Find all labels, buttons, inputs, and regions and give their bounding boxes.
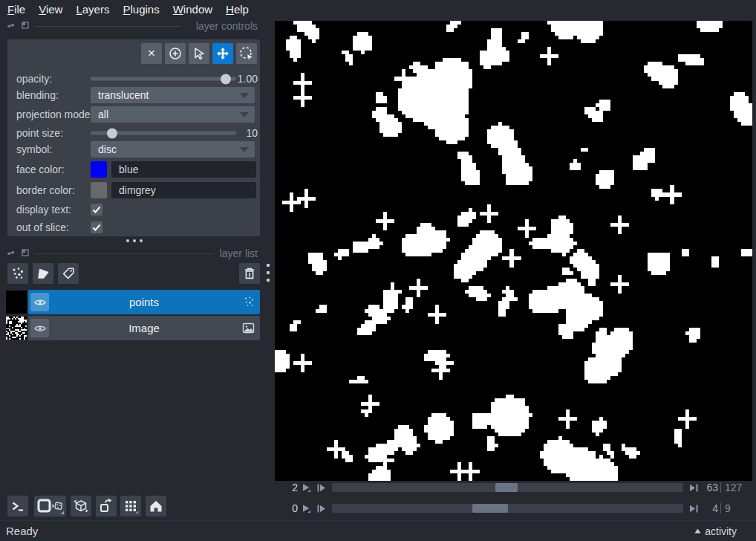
viewer-canvas[interactable]	[275, 21, 752, 481]
face-color-row: face color: blue	[7, 161, 260, 178]
dim-axis-label: 2	[286, 482, 298, 493]
home-icon	[148, 498, 164, 514]
out-of-slice-label: out of slice:	[16, 221, 69, 233]
add-point-icon	[168, 46, 183, 61]
layer-controls-title: layer controls	[196, 20, 258, 32]
jump-to-start-button[interactable]	[315, 502, 327, 514]
transform-button[interactable]	[236, 43, 257, 64]
delete-points-button[interactable]: ×	[141, 43, 162, 64]
dim-slider-track[interactable]	[332, 504, 683, 513]
display-text-label: display text:	[16, 204, 71, 216]
checkmark-icon	[91, 204, 102, 215]
roll-dims-cube-icon	[73, 498, 89, 514]
dim-slider-track[interactable]	[332, 483, 683, 492]
visibility-toggle[interactable]	[30, 319, 49, 337]
point-size-row: point size: 10	[7, 124, 260, 142]
play-button[interactable]	[300, 502, 312, 514]
home-reset-view-button[interactable]	[146, 496, 166, 516]
console-button[interactable]	[7, 496, 28, 516]
add-points-button[interactable]	[165, 43, 186, 64]
activity-button[interactable]: activity	[694, 521, 737, 541]
dim-slider-handle[interactable]	[472, 504, 508, 513]
play-button[interactable]	[300, 482, 312, 493]
symbol-label: symbol:	[16, 143, 52, 155]
face-color-value: blue	[119, 163, 138, 175]
roll-dimensions-button[interactable]	[71, 496, 91, 516]
panel-resize-grip[interactable]	[126, 239, 143, 242]
dock-splitter-grip[interactable]	[267, 264, 270, 282]
layer-controls-panel: × opacity: 1.00 blending: tran	[7, 39, 260, 236]
layer-row-image[interactable]: Image	[0, 316, 266, 340]
layer-row-points[interactable]: points	[0, 290, 266, 314]
new-shapes-layer-button[interactable]	[33, 263, 53, 284]
dim-axis-label: 0	[286, 502, 298, 514]
opacity-row: opacity: 1.00	[7, 70, 260, 88]
border-color-value: dimgrey	[119, 184, 156, 196]
menu-file[interactable]: File	[1, 3, 32, 16]
eye-icon	[33, 296, 47, 309]
eye-icon	[33, 322, 47, 335]
blending-value: translucent	[98, 89, 149, 101]
border-color-label: border color:	[16, 184, 75, 196]
symbol-value: disc	[98, 143, 117, 155]
cursor-arrow-icon	[192, 46, 206, 61]
dim-separator	[720, 482, 721, 493]
blending-combobox[interactable]: translucent	[91, 87, 255, 103]
select-points-button[interactable]	[189, 43, 209, 64]
dock-line	[34, 26, 181, 27]
dock-float-icon[interactable]	[22, 249, 29, 256]
blending-row: blending: translucent	[7, 87, 260, 103]
dim-slider-row-0: 0 4 9	[275, 502, 756, 514]
dock-hide-icon[interactable]	[7, 249, 15, 257]
opacity-slider[interactable]	[91, 77, 236, 81]
delete-layer-button[interactable]	[239, 263, 260, 284]
layer-list-titlebar: layer list	[0, 247, 266, 261]
new-labels-layer-button[interactable]	[58, 263, 79, 284]
opacity-value: 1.00	[232, 73, 258, 85]
projection-label: projection mode:	[16, 108, 94, 120]
menu-layers[interactable]: Layers	[69, 3, 116, 16]
menu-window[interactable]: Window	[166, 3, 219, 16]
dim-slider-handle[interactable]	[495, 483, 518, 492]
pan-zoom-button[interactable]	[212, 43, 233, 64]
trash-icon	[242, 266, 257, 281]
grid-view-button[interactable]	[120, 496, 141, 516]
point-size-slider[interactable]	[91, 132, 236, 135]
dock-hide-icon[interactable]	[7, 22, 15, 30]
layer-list-title: layer list	[220, 247, 258, 259]
projection-combobox[interactable]: all	[91, 106, 255, 123]
status-message: Ready	[6, 521, 38, 541]
point-size-slider-handle[interactable]	[107, 128, 117, 138]
grid-icon	[123, 498, 139, 514]
checkmark-icon	[91, 222, 102, 233]
face-color-field[interactable]: blue	[111, 161, 256, 178]
transpose-dimensions-button[interactable]	[96, 496, 117, 516]
activity-label: activity	[705, 525, 737, 537]
display-text-checkbox[interactable]	[91, 204, 102, 216]
menu-view[interactable]: View	[32, 3, 69, 16]
napari-window: File View Layers Plugins Window Help lay…	[0, 0, 756, 541]
ndisplay-toggle-button[interactable]	[34, 496, 66, 516]
projection-row: projection mode: all	[7, 106, 260, 123]
opacity-slider-handle[interactable]	[221, 74, 231, 84]
display-text-row: display text:	[7, 204, 260, 216]
layer-controls-titlebar: layer controls	[0, 20, 266, 33]
dock-float-icon[interactable]	[22, 22, 29, 29]
new-points-layer-button[interactable]	[7, 263, 28, 284]
layer-name: Image	[28, 322, 260, 334]
face-color-swatch[interactable]	[91, 161, 107, 178]
menu-help[interactable]: Help	[219, 3, 255, 16]
symbol-combobox[interactable]: disc	[91, 141, 255, 158]
face-color-label: face color:	[16, 163, 65, 175]
transform-icon	[238, 45, 255, 62]
out-of-slice-checkbox[interactable]	[91, 221, 102, 233]
border-color-swatch[interactable]	[91, 182, 107, 198]
status-bar: Ready activity	[0, 520, 756, 541]
jump-to-start-button[interactable]	[315, 482, 327, 493]
play-icon	[301, 482, 311, 493]
dim-current-value: 4	[693, 502, 718, 514]
chevron-down-icon	[240, 93, 249, 98]
border-color-field[interactable]: dimgrey	[111, 182, 256, 198]
visibility-toggle[interactable]	[30, 293, 49, 311]
menu-plugins[interactable]: Plugins	[116, 3, 166, 16]
